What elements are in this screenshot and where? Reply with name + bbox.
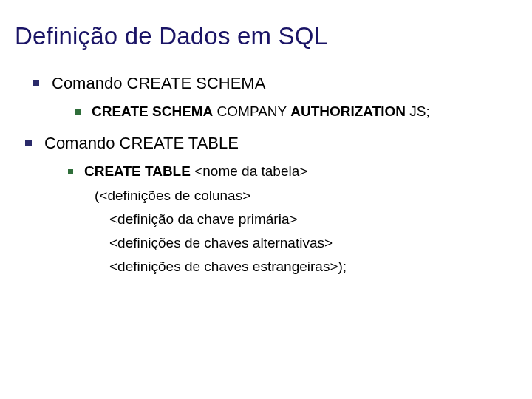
bullet-list-level2: CREATE SCHEMA COMPANY AUTHORIZATION JS; — [52, 100, 519, 123]
item-label-code: CREATE SCHEMA — [127, 74, 266, 92]
code-bold: CREATE SCHEMA — [92, 103, 213, 119]
code-line: <definição da chave primária> — [84, 208, 519, 231]
slide-title: Definição de Dados em SQL — [15, 22, 519, 50]
bullet-list-level2: CREATE TABLE <nome da tabela> (<definiçõ… — [44, 160, 519, 279]
bullet-list-level1: Comando CREATE SCHEMA CREATE SCHEMA COMP… — [13, 71, 519, 279]
list-item: Comando CREATE SCHEMA CREATE SCHEMA COMP… — [33, 71, 519, 123]
list-item: CREATE TABLE <nome da tabela> (<definiçõ… — [68, 160, 519, 279]
code-text: JS; — [406, 103, 430, 119]
code-text: COMPANY — [213, 103, 290, 119]
item-label-prefix: Comando — [44, 134, 120, 152]
slide: Definição de Dados em SQL Comando CREATE… — [0, 0, 532, 399]
code-line: (<definições de colunas> — [84, 184, 519, 208]
code-line: <definições de chaves estrangeiras>); — [84, 255, 519, 279]
list-item: CREATE SCHEMA COMPANY AUTHORIZATION JS; — [75, 100, 519, 123]
code-bold: AUTHORIZATION — [290, 103, 406, 119]
code-text: <nome da tabela> — [191, 163, 307, 179]
code-bold: CREATE TABLE — [84, 163, 191, 179]
item-label-code: CREATE TABLE — [120, 134, 239, 152]
item-label-prefix: Comando — [52, 74, 127, 92]
code-line: <definições de chaves alternativas> — [84, 231, 519, 255]
list-item: Comando CREATE TABLE CREATE TABLE <nome … — [25, 131, 519, 279]
